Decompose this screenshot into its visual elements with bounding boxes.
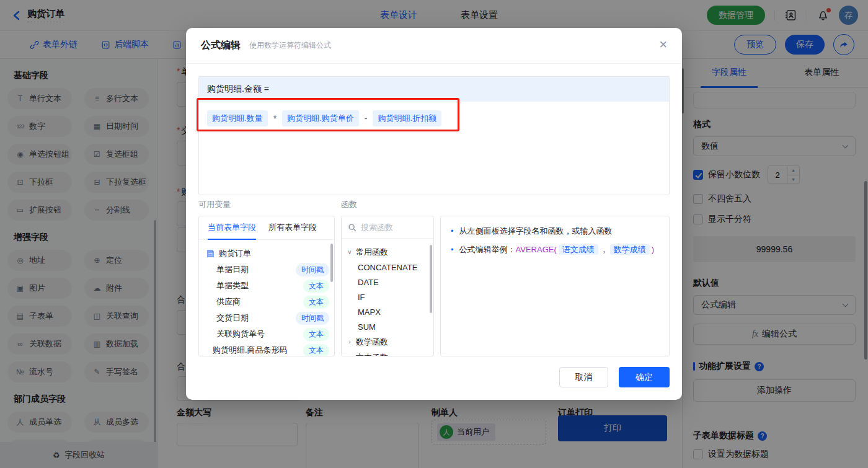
tip-example-text: 公式编辑举例：AVERAGE(语文成绩，数学成绩): [459, 244, 655, 256]
function-search-input[interactable]: [361, 223, 423, 232]
modal-subtitle: 使用数学运算符编辑公式: [249, 40, 331, 51]
tip-text: 从左侧面板选择字段名和函数，或输入函数: [459, 226, 613, 237]
bullet-icon: •: [451, 226, 454, 237]
variable-name: 供应商: [216, 296, 241, 307]
formula-target: 购货明细.金额 =: [199, 77, 669, 102]
chevron-expanded-icon: ∨: [347, 249, 353, 255]
functions-label: 函数: [341, 199, 357, 210]
function-item[interactable]: SUM: [347, 319, 430, 334]
example-field-token: 数学成绩: [610, 244, 650, 255]
functions-panel: ∨常用函数 CONCATENATE DATE IF MAPX SUM ›数学函数…: [341, 216, 434, 356]
tree-root-label: 购货订单: [219, 248, 251, 259]
tab-current-form-fields[interactable]: 当前表单字段: [208, 216, 256, 240]
function-group-common[interactable]: ∨常用函数: [347, 244, 430, 260]
variable-row[interactable]: 交货日期时间戳: [206, 310, 329, 326]
form-document-icon: [206, 249, 215, 258]
function-tree: ∨常用函数 CONCATENATE DATE IF MAPX SUM ›数学函数…: [342, 239, 433, 356]
modal-header: 公式编辑 使用数学运算符编辑公式 ×: [186, 28, 682, 64]
tip-line: • 从左侧面板选择字段名和函数，或输入函数: [451, 226, 659, 237]
variable-row[interactable]: 供应商文本: [206, 294, 329, 310]
variable-name: 交货日期: [216, 312, 249, 324]
formula-field-token[interactable]: 购货明细.购货单价: [282, 110, 359, 126]
formula-editor-modal: 公式编辑 使用数学运算符编辑公式 × 购货明细.金额 = 购货明细.数量 * 购…: [186, 28, 682, 400]
field-type-badge: 文本: [303, 328, 329, 341]
modal-title: 公式编辑: [201, 39, 241, 52]
variable-name: 单据类型: [216, 280, 249, 291]
tip-example-prefix: 公式编辑举例：: [459, 245, 516, 254]
variable-row[interactable]: 单据日期时间戳: [206, 262, 329, 278]
variables-tree: 购货订单 单据日期时间戳 单据类型文本 供应商文本 交货日期时间戳 关联购货单号…: [199, 240, 334, 356]
modal-footer: 取消 确定: [559, 367, 670, 387]
tip-example-line: • 公式编辑举例：AVERAGE(语文成绩，数学成绩): [451, 244, 659, 256]
variable-row[interactable]: 关联购货单号文本: [206, 326, 329, 342]
operator-minus: -: [365, 113, 368, 123]
tips-panel: • 从左侧面板选择字段名和函数，或输入函数 • 公式编辑举例：AVERAGE(语…: [440, 216, 670, 356]
variable-name: 购货明细.商品条形码: [213, 345, 288, 356]
variable-name: 单据日期: [216, 264, 249, 275]
formula-field-token[interactable]: 购货明细.数量: [207, 110, 268, 126]
formula-expression-area[interactable]: 购货明细.数量 * 购货明细.购货单价 - 购货明细.折扣额: [199, 102, 669, 135]
tree-root-form[interactable]: 购货订单: [206, 245, 329, 262]
field-type-badge: 文本: [303, 296, 329, 309]
available-variables-label: 可用变量: [198, 199, 231, 210]
example-close-paren: ): [652, 245, 654, 254]
function-item[interactable]: CONCATENATE: [347, 260, 430, 275]
function-group-text[interactable]: ›文本函数: [347, 350, 430, 356]
example-field-token: 语文成绩: [559, 244, 598, 255]
functions-scrollbar[interactable]: [430, 245, 432, 313]
function-item[interactable]: DATE: [347, 275, 430, 289]
field-type-badge: 文本: [303, 280, 329, 293]
function-item[interactable]: MAPX: [347, 304, 430, 319]
confirm-button[interactable]: 确定: [619, 367, 670, 387]
example-separator: ，: [600, 245, 608, 254]
example-function-name: AVERAGE(: [516, 245, 557, 254]
close-icon[interactable]: ×: [659, 38, 667, 51]
variables-panel: 当前表单字段 所有表单字段 购货订单 单据日期时间戳 单据类型文本 供应商文本 …: [198, 216, 335, 356]
search-icon: [348, 223, 356, 232]
variables-tabs: 当前表单字段 所有表单字段: [199, 216, 334, 240]
bullet-icon: •: [451, 244, 454, 256]
field-type-badge: 文本: [303, 344, 329, 357]
variable-row[interactable]: 单据类型文本: [206, 278, 329, 294]
function-group-label: 常用函数: [356, 247, 388, 258]
tab-all-form-fields[interactable]: 所有表单字段: [268, 216, 317, 240]
function-group-label: 文本函数: [356, 352, 388, 357]
field-type-badge: 时间戳: [296, 263, 329, 276]
chevron-collapsed-icon: ›: [347, 338, 353, 345]
variable-row[interactable]: 购货明细.商品条形码文本: [206, 342, 329, 356]
field-type-badge: 时间戳: [296, 312, 329, 325]
operator-multiply: *: [273, 113, 277, 123]
cancel-button[interactable]: 取消: [559, 367, 608, 387]
function-search: [342, 216, 433, 239]
function-group-math[interactable]: ›数学函数: [347, 334, 430, 350]
formula-field-token[interactable]: 购货明细.折扣额: [373, 110, 441, 126]
function-group-label: 数学函数: [356, 337, 388, 348]
function-item[interactable]: IF: [347, 289, 430, 304]
variables-scrollbar[interactable]: [330, 244, 333, 282]
chevron-collapsed-icon: ›: [347, 354, 353, 356]
formula-editor-box: 购货明细.金额 = 购货明细.数量 * 购货明细.购货单价 - 购货明细.折扣额: [198, 76, 670, 195]
variable-name: 关联购货单号: [216, 329, 265, 340]
